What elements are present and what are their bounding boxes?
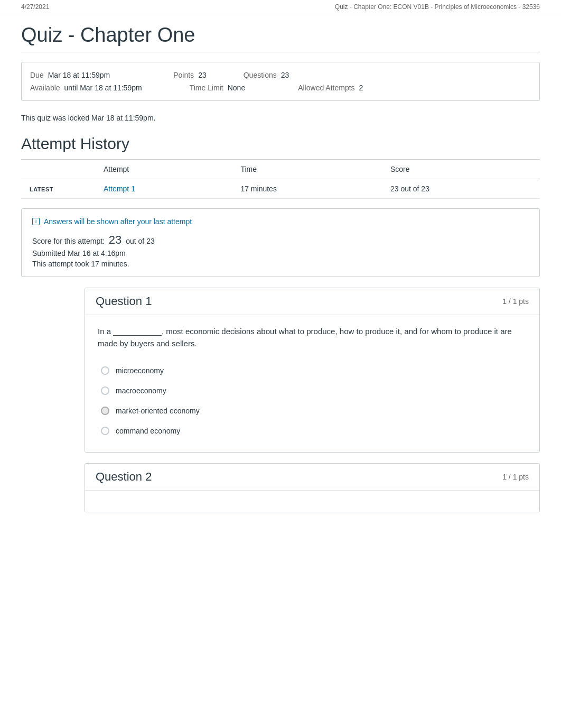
question-pts: 1 / 1 pts — [502, 473, 529, 481]
question-body — [85, 491, 539, 512]
meta-available-label: Available — [30, 84, 60, 92]
meta-time-limit-label: Time Limit — [190, 84, 223, 92]
meta-questions: Questions 23 — [244, 71, 289, 79]
question-title: Question 2 — [96, 470, 152, 484]
top-bar: 4/27/2021 Quiz - Chapter One: ECON V01B … — [0, 0, 561, 14]
meta-allowed-attempts-label: Allowed Attempts — [298, 84, 354, 92]
attempt-time: 17 minutes — [232, 179, 382, 199]
meta-points: Points 23 — [173, 71, 207, 79]
meta-time-limit: Time Limit None — [190, 84, 246, 92]
questions-container: Question 1 1 / 1 pts In a ___________, m… — [21, 288, 540, 512]
top-bar-title: Quiz - Chapter One: ECON V01B - Principl… — [335, 3, 540, 11]
submitted-line: Submitted Mar 16 at 4:16pm — [32, 249, 529, 257]
page-title: Quiz - Chapter One — [21, 14, 540, 52]
meta-available: Available until Mar 18 at 11:59pm — [30, 84, 142, 92]
meta-points-value: 23 — [198, 71, 207, 79]
attempt-score: 23 out of 23 — [382, 179, 540, 199]
question-pts: 1 / 1 pts — [502, 297, 529, 306]
answer-option[interactable]: macroeconomy — [98, 381, 527, 400]
meta-due: Due Mar 18 at 11:59pm — [30, 71, 110, 79]
meta-due-value: Mar 18 at 11:59pm — [48, 71, 110, 79]
radio-circle — [101, 366, 109, 375]
col-time: Time — [232, 160, 382, 179]
question-header: Question 1 1 / 1 pts — [85, 288, 539, 315]
attempt-history-table: Attempt Time Score LATEST Attempt 1 17 m… — [21, 159, 540, 199]
question-block: Question 2 1 / 1 pts — [85, 463, 540, 512]
question-title: Question 1 — [96, 294, 152, 308]
question-text: In a ___________, most economic decision… — [98, 326, 527, 349]
answer-options-list: microeconomy macroeconomy market-oriente… — [98, 361, 527, 440]
table-row: LATEST Attempt 1 17 minutes 23 out of 23 — [21, 179, 540, 199]
score-line: Score for this attempt: 23 out of 23 — [32, 233, 529, 247]
score-prefix: Score for this attempt: — [32, 237, 105, 245]
table-header-row: Attempt Time Score — [21, 160, 540, 179]
meta-due-label: Due — [30, 71, 44, 79]
col-badge — [21, 160, 95, 179]
quiz-meta-box: Due Mar 18 at 11:59pm Points 23 Question… — [21, 62, 540, 101]
quiz-meta-row-2: Available until Mar 18 at 11:59pm Time L… — [30, 81, 531, 94]
latest-badge: LATEST — [30, 186, 53, 192]
lock-notice: This quiz was locked Mar 18 at 11:59pm. — [21, 114, 540, 122]
quiz-meta-row-1: Due Mar 18 at 11:59pm Points 23 Question… — [30, 69, 531, 81]
answers-notice: i Answers will be shown after your last … — [32, 217, 529, 226]
top-bar-date: 4/27/2021 — [21, 3, 49, 11]
meta-questions-label: Questions — [244, 71, 277, 79]
answer-option[interactable]: market-oriented economy — [98, 401, 527, 420]
meta-allowed-attempts: Allowed Attempts 2 — [298, 84, 363, 92]
info-icon: i — [32, 218, 40, 225]
answer-text: market-oriented economy — [116, 407, 200, 415]
answer-text: microeconomy — [116, 366, 164, 375]
question-block: Question 1 1 / 1 pts In a ___________, m… — [85, 288, 540, 453]
meta-time-limit-value: None — [228, 84, 245, 92]
radio-circle — [101, 427, 109, 435]
attempt-link[interactable]: Attempt 1 — [104, 185, 135, 193]
col-score: Score — [382, 160, 540, 179]
radio-circle — [101, 407, 109, 415]
col-attempt: Attempt — [95, 160, 232, 179]
meta-allowed-attempts-value: 2 — [359, 84, 363, 92]
answer-option[interactable]: command economy — [98, 421, 527, 440]
meta-points-label: Points — [173, 71, 194, 79]
question-body: In a ___________, most economic decision… — [85, 315, 539, 452]
radio-circle — [101, 386, 109, 395]
answer-text: command economy — [116, 427, 180, 435]
answer-text: macroeconomy — [116, 386, 166, 395]
meta-available-value: until Mar 18 at 11:59pm — [64, 84, 142, 92]
score-number: 23 — [109, 233, 121, 246]
question-header: Question 2 1 / 1 pts — [85, 464, 539, 491]
duration-line: This attempt took 17 minutes. — [32, 260, 529, 268]
attempt-history-title: Attempt History — [21, 135, 540, 153]
answers-notice-text: Answers will be shown after your last at… — [44, 217, 192, 226]
attempt-detail-box: i Answers will be shown after your last … — [21, 208, 540, 277]
score-suffix: out of 23 — [126, 237, 155, 245]
meta-questions-value: 23 — [281, 71, 289, 79]
answer-option[interactable]: microeconomy — [98, 361, 527, 380]
